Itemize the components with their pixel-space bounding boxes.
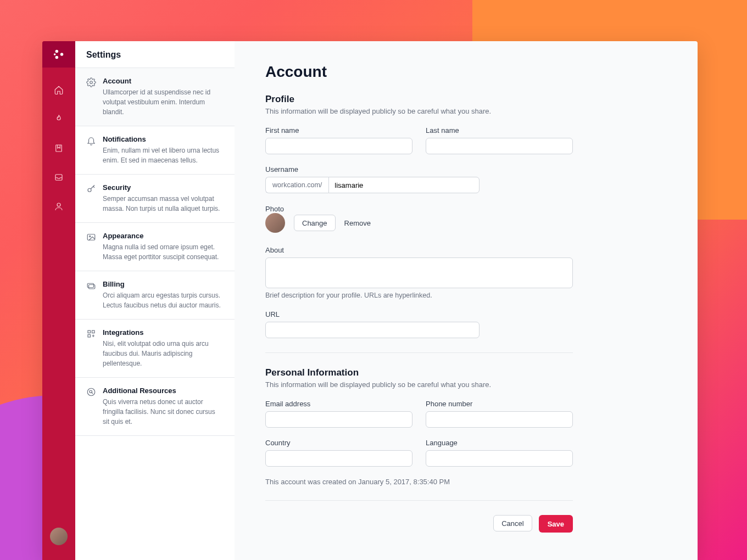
sidebar-item-desc: Enim, nullam mi vel et libero urna lectu… [103,145,224,165]
svg-point-3 [54,53,56,55]
about-hint: Brief description for your profile. URLs… [265,292,573,299]
sidebar-item-label: Notifications [103,135,224,143]
sidebar-item-label: Additional Resources [103,387,224,395]
svg-point-2 [60,53,64,56]
svg-point-15 [87,388,95,396]
section-divider [265,500,573,501]
inbox-icon[interactable] [54,172,64,184]
sidebar-item-label: Appearance [103,232,224,240]
settings-sidebar-title: Settings [75,41,235,68]
sidebar-item-desc: Nisi, elit volutpat odio urna quis arcu … [103,339,224,368]
key-icon [86,184,96,194]
save-button[interactable]: Save [539,515,573,533]
last-name-input[interactable] [426,138,573,154]
sidebar-item-label: Billing [103,280,224,288]
personal-section-desc: This information will be displayed publi… [265,380,573,389]
section-divider [265,352,573,353]
profile-section-desc: This information will be displayed publi… [265,107,573,115]
email-label: Email address [265,400,412,408]
change-photo-button[interactable]: Change [294,215,336,231]
personal-section-title: Personal Information [265,367,573,378]
url-input[interactable] [265,322,480,338]
username-prefix: workcation.com/ [265,177,328,193]
image-icon [86,232,96,242]
first-name-label: First name [265,126,412,135]
svg-rect-4 [56,145,62,152]
sidebar-item-additional-resources[interactable]: Additional Resources Quis viverra netus … [75,378,235,436]
language-label: Language [426,439,573,447]
sidebar-item-notifications[interactable]: Notifications Enim, nullam mi vel et lib… [75,126,235,175]
sidebar-item-desc: Orci aliquam arcu egestas turpis cursus.… [103,290,224,310]
svg-rect-13 [92,331,95,333]
bookmark-icon[interactable] [54,143,64,155]
sidebar-item-billing[interactable]: Billing Orci aliquam arcu egestas turpis… [75,271,235,320]
sidebar-item-label: Integrations [103,328,224,337]
svg-point-1 [55,56,59,59]
about-label: About [265,246,573,254]
email-input[interactable] [265,411,412,428]
account-created-meta: This account was created on January 5, 2… [265,478,573,486]
sidebar-item-account[interactable]: Account Ullamcorper id at suspendisse ne… [75,68,235,126]
svg-point-5 [57,203,60,206]
sidebar-item-label: Security [103,183,224,192]
sidebar-item-appearance[interactable]: Appearance Magna nulla id sed ornare ips… [75,223,235,271]
grid-plus-icon [86,329,96,339]
home-icon[interactable] [54,85,64,97]
search-circle-icon [86,387,96,397]
phone-label: Phone number [426,400,573,408]
sidebar-item-desc: Quis viverra netus donec ut auctor fring… [103,397,224,427]
cancel-button[interactable]: Cancel [493,515,532,531]
page-title: Account [265,63,573,81]
svg-point-9 [90,236,91,237]
cash-icon [86,281,96,290]
svg-rect-8 [87,234,95,240]
user-icon[interactable] [54,201,64,213]
about-textarea[interactable] [265,257,573,288]
gear-icon [86,77,96,87]
language-input[interactable] [426,450,573,467]
sidebar-item-label: Account [103,77,224,85]
sidebar-item-desc: Magna nulla id sed ornare ipsum eget. Ma… [103,242,224,262]
main-content: Account Profile This information will be… [235,41,698,560]
fire-icon[interactable] [54,114,64,126]
url-label: URL [265,310,480,318]
settings-sidebar: Settings Account Ullamcorper id at suspe… [75,41,235,560]
current-user-avatar[interactable] [50,528,68,547]
country-label: Country [265,439,412,447]
sidebar-item-security[interactable]: Security Semper accumsan massa vel volut… [75,175,235,223]
app-logo[interactable] [42,41,75,68]
username-input[interactable] [328,177,480,193]
sidebar-item-desc: Ullamcorper id at suspendisse nec id vol… [103,87,224,117]
bell-icon [86,136,96,145]
profile-section-title: Profile [265,94,573,105]
country-input[interactable] [265,450,412,467]
phone-input[interactable] [426,411,573,428]
username-label: Username [265,165,480,173]
first-name-input[interactable] [265,138,412,154]
svg-rect-12 [88,331,91,333]
profile-avatar [265,213,285,233]
nav-rail [42,41,75,560]
svg-point-7 [88,188,91,192]
photo-label: Photo [265,205,284,213]
sidebar-item-integrations[interactable]: Integrations Nisi, elit volutpat odio ur… [75,320,235,378]
app-shell: Settings Account Ullamcorper id at suspe… [42,41,698,560]
svg-point-0 [55,50,59,53]
sidebar-item-desc: Semper accumsan massa vel volutpat massa… [103,194,224,214]
svg-rect-14 [88,335,91,338]
last-name-label: Last name [426,126,573,135]
remove-photo-button[interactable]: Remove [344,219,371,227]
svg-point-6 [90,81,93,84]
